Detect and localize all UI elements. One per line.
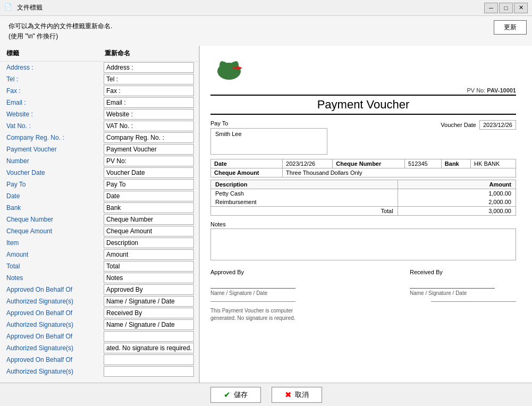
col-rename: 重新命名: [104, 47, 193, 60]
label-row: Number: [0, 155, 199, 167]
label-input-voucher-date[interactable]: [104, 167, 194, 178]
info-table: Date 2023/12/26 Cheque Number 512345 Ban…: [210, 159, 516, 177]
label-input-approved-behalf3[interactable]: [104, 331, 194, 342]
window-title: 文件標籤: [17, 3, 484, 12]
maximize-button[interactable]: □: [499, 3, 513, 13]
label-input-auth-sig1[interactable]: [104, 296, 194, 307]
footer-line2: generated. No signature is required.: [210, 315, 295, 321]
label-input-pay-to[interactable]: [104, 179, 194, 190]
notes-box: [210, 229, 516, 260]
cheque-amount-value: Three Thousand Dollars Only: [283, 168, 516, 177]
label-input-notes[interactable]: [104, 273, 194, 283]
cheque-number-value: 512345: [404, 159, 441, 168]
voucher-preview: PV No: PAV-10001 Payment Voucher Pay To …: [200, 46, 532, 383]
label-name: Notes: [5, 273, 104, 283]
window-controls: ─ □ ✕: [484, 3, 528, 13]
update-button[interactable]: 更新: [494, 20, 527, 35]
bank-value: HK BANK: [471, 159, 516, 168]
label-input-number[interactable]: [104, 156, 194, 166]
total-row: Total 3,000.00: [211, 207, 516, 216]
label-input-payment-voucher[interactable]: [104, 144, 194, 155]
label-input-fax[interactable]: [104, 86, 194, 96]
label-name: Item: [5, 238, 104, 248]
table-row: Petty Cash 1,000.00: [211, 189, 516, 198]
amount-header: Amount: [398, 180, 516, 189]
label-input-tel[interactable]: [104, 74, 194, 84]
label-name: Authorized Signature(s): [5, 343, 104, 353]
pay-to-value: Smith Lee: [215, 131, 242, 137]
label-input-website[interactable]: [104, 109, 194, 120]
label-name: Bank: [5, 203, 104, 213]
label-input-auth-sig4[interactable]: [104, 366, 194, 377]
label-input-auth-sig3[interactable]: [104, 343, 194, 353]
label-name: Company Reg. No. :: [5, 133, 104, 142]
cancel-label: 取消: [295, 390, 309, 400]
label-name: Address :: [5, 63, 104, 72]
label-input-received-by[interactable]: [104, 308, 194, 318]
items-table: Description Amount Petty Cash 1,000.00 R…: [210, 180, 516, 216]
label-row: Email :: [0, 97, 199, 108]
footer-section: This Payment Voucher is computer generat…: [210, 301, 516, 322]
voucher-date-label: Voucher Date: [441, 122, 476, 128]
label-row: Cheque Number: [0, 214, 199, 225]
label-row: Voucher Date: [0, 167, 199, 179]
footer-sig2: [431, 301, 516, 304]
description-header: Description: [211, 180, 398, 189]
label-input-auth-sig2[interactable]: [104, 319, 194, 330]
approved-by-label: Approved By: [210, 269, 317, 275]
label-row: Authorized Signature(s): [0, 366, 199, 377]
label-input-total[interactable]: [104, 261, 194, 272]
voucher-date-section: Voucher Date 2023/12/26: [441, 120, 516, 130]
label-input-date[interactable]: [104, 191, 194, 201]
label-input-approved-behalf4[interactable]: [104, 354, 194, 365]
label-row: Pay To: [0, 179, 199, 190]
label-input-cheque-number[interactable]: [104, 214, 194, 225]
svg-point-3: [219, 61, 225, 69]
label-name: Website :: [5, 109, 104, 119]
received-by-line: [410, 288, 495, 289]
label-input-company-reg[interactable]: [104, 132, 194, 143]
notes-label: Notes: [210, 221, 516, 227]
main-window: 你可以為文件內的文件標籤重新命名. (使用 "\n" 作換行) 標籤 重新命名 …: [0, 16, 532, 406]
label-row: Authorized Signature(s): [0, 319, 199, 331]
bottom-bar: ✔ 儲存 ✖ 取消: [0, 383, 532, 406]
label-name: Approved On Behalf Of: [5, 332, 104, 341]
label-row: Approved On Behalf Of: [0, 331, 199, 342]
label-row: Fax :: [0, 85, 199, 97]
close-button[interactable]: ✕: [514, 3, 528, 13]
titlebar: 📄 文件標籤 ─ □ ✕: [0, 0, 532, 16]
label-row: Website :: [0, 108, 199, 120]
right-panel: PV No: PAV-10001 Payment Voucher Pay To …: [199, 46, 532, 383]
save-label: 儲存: [234, 390, 248, 400]
cheque-number-label: Cheque Number: [333, 159, 405, 168]
footer-line: [210, 301, 295, 302]
approved-by-col: Approved By Name / Signature / Date: [210, 269, 317, 296]
label-input-address[interactable]: [104, 62, 194, 73]
label-name: Authorized Signature(s): [5, 320, 104, 329]
label-row: Authorized Signature(s): [0, 342, 199, 354]
label-row: Total: [0, 260, 199, 272]
item-desc-2: Reimbursement: [211, 198, 398, 207]
label-input-vat[interactable]: [104, 121, 194, 131]
label-input-approved-by[interactable]: [104, 284, 194, 295]
label-input-item[interactable]: [104, 238, 194, 248]
label-name: Date: [5, 191, 104, 201]
cancel-button[interactable]: ✖ 取消: [272, 387, 322, 403]
app-icon: 📄: [4, 3, 14, 13]
label-input-email[interactable]: [104, 97, 194, 108]
save-button[interactable]: ✔ 儲存: [210, 387, 261, 403]
label-input-bank[interactable]: [104, 202, 194, 213]
label-name: Authorized Signature(s): [5, 297, 104, 306]
label-input-cheque-amount[interactable]: [104, 226, 194, 236]
date-label: Date: [211, 159, 283, 168]
label-name: Pay To: [5, 180, 104, 189]
total-label: Total: [211, 207, 398, 216]
info-line2: (使用 "\n" 作換行): [9, 31, 523, 41]
minimize-button[interactable]: ─: [484, 3, 498, 13]
label-name: Fax :: [5, 86, 104, 96]
label-name: Total: [5, 261, 104, 271]
label-name: Number: [5, 156, 104, 166]
update-btn-area: 更新: [494, 20, 527, 35]
label-name: Email :: [5, 98, 104, 107]
label-input-amount[interactable]: [104, 249, 194, 260]
